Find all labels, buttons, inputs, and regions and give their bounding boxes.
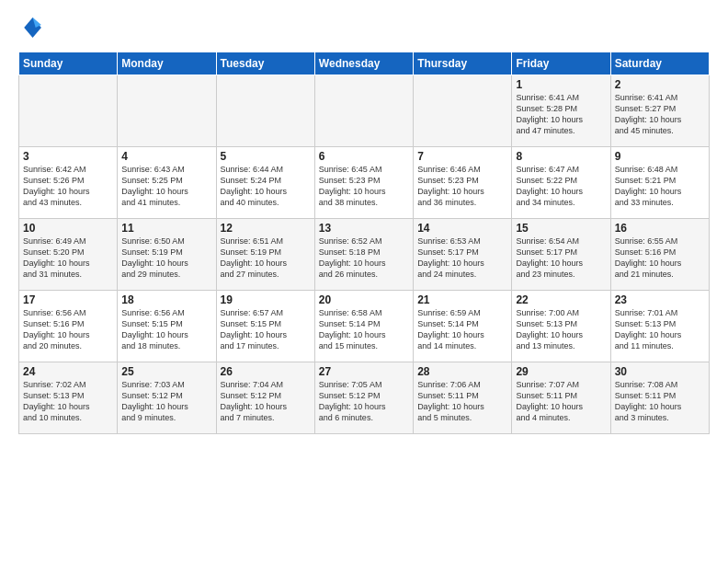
calendar-cell [19,75,118,147]
logo [18,15,48,40]
calendar-cell [314,75,413,147]
weekday-header-saturday: Saturday [610,52,709,75]
day-info: Sunrise: 7:04 AM Sunset: 5:12 PM Dayligh… [221,379,311,424]
week-row-4: 24Sunrise: 7:02 AM Sunset: 5:13 PM Dayli… [19,362,710,434]
calendar-cell: 24Sunrise: 7:02 AM Sunset: 5:13 PM Dayli… [19,362,118,434]
calendar-cell: 2Sunrise: 6:41 AM Sunset: 5:27 PM Daylig… [610,75,709,147]
day-info: Sunrise: 6:54 AM Sunset: 5:17 PM Dayligh… [516,236,606,281]
calendar-body: 1Sunrise: 6:41 AM Sunset: 5:28 PM Daylig… [19,75,710,434]
day-number: 30 [615,365,705,378]
calendar-cell: 27Sunrise: 7:05 AM Sunset: 5:12 PM Dayli… [314,362,413,434]
calendar-cell: 13Sunrise: 6:52 AM Sunset: 5:18 PM Dayli… [314,219,413,291]
day-number: 17 [23,293,113,306]
calendar-cell [414,75,512,147]
weekday-header-sunday: Sunday [19,52,118,75]
week-row-2: 10Sunrise: 6:49 AM Sunset: 5:20 PM Dayli… [19,219,710,291]
day-info: Sunrise: 7:02 AM Sunset: 5:13 PM Dayligh… [23,379,113,424]
day-number: 27 [319,365,409,378]
calendar-cell: 4Sunrise: 6:43 AM Sunset: 5:25 PM Daylig… [118,147,216,219]
day-number: 11 [121,222,211,235]
day-info: Sunrise: 6:43 AM Sunset: 5:25 PM Dayligh… [121,164,211,209]
calendar-cell: 11Sunrise: 6:50 AM Sunset: 5:19 PM Dayli… [118,219,216,291]
calendar-cell: 3Sunrise: 6:42 AM Sunset: 5:26 PM Daylig… [19,147,118,219]
calendar-cell: 28Sunrise: 7:06 AM Sunset: 5:11 PM Dayli… [414,362,512,434]
calendar-cell: 10Sunrise: 6:49 AM Sunset: 5:20 PM Dayli… [19,219,118,291]
svg-marker-0 [24,17,41,38]
day-info: Sunrise: 6:53 AM Sunset: 5:17 PM Dayligh… [417,236,507,281]
day-number: 10 [23,222,113,235]
day-info: Sunrise: 6:57 AM Sunset: 5:15 PM Dayligh… [221,307,311,352]
day-number: 13 [319,222,409,235]
day-info: Sunrise: 6:56 AM Sunset: 5:16 PM Dayligh… [23,307,113,352]
day-info: Sunrise: 7:08 AM Sunset: 5:11 PM Dayligh… [615,379,705,424]
day-number: 15 [516,222,606,235]
day-number: 9 [615,150,705,163]
day-info: Sunrise: 6:46 AM Sunset: 5:23 PM Dayligh… [417,164,507,209]
calendar-table: SundayMondayTuesdayWednesdayThursdayFrid… [18,52,710,434]
day-info: Sunrise: 6:52 AM Sunset: 5:18 PM Dayligh… [319,236,409,281]
calendar-cell [216,75,314,147]
calendar-cell: 23Sunrise: 7:01 AM Sunset: 5:13 PM Dayli… [610,291,709,362]
day-info: Sunrise: 6:48 AM Sunset: 5:21 PM Dayligh… [615,164,705,209]
day-number: 19 [221,293,311,306]
day-info: Sunrise: 7:03 AM Sunset: 5:12 PM Dayligh… [121,379,211,424]
day-number: 16 [615,222,705,235]
week-row-1: 3Sunrise: 6:42 AM Sunset: 5:26 PM Daylig… [19,147,710,219]
day-number: 22 [516,293,606,306]
calendar-cell: 21Sunrise: 6:59 AM Sunset: 5:14 PM Dayli… [414,291,512,362]
day-info: Sunrise: 7:07 AM Sunset: 5:11 PM Dayligh… [516,379,606,424]
day-number: 3 [23,150,113,163]
day-number: 6 [319,150,409,163]
day-info: Sunrise: 6:45 AM Sunset: 5:23 PM Dayligh… [319,164,409,209]
day-number: 8 [516,150,606,163]
day-number: 28 [417,365,507,378]
day-number: 1 [516,78,606,91]
header [18,15,710,40]
day-info: Sunrise: 7:01 AM Sunset: 5:13 PM Dayligh… [615,307,705,352]
calendar-cell: 12Sunrise: 6:51 AM Sunset: 5:19 PM Dayli… [216,219,314,291]
calendar-cell [118,75,216,147]
calendar-cell: 1Sunrise: 6:41 AM Sunset: 5:28 PM Daylig… [512,75,610,147]
calendar-cell: 17Sunrise: 6:56 AM Sunset: 5:16 PM Dayli… [19,291,118,362]
logo-icon [18,15,44,40]
calendar-cell: 26Sunrise: 7:04 AM Sunset: 5:12 PM Dayli… [216,362,314,434]
weekday-header-tuesday: Tuesday [216,52,314,75]
day-info: Sunrise: 6:44 AM Sunset: 5:24 PM Dayligh… [221,164,311,209]
day-number: 4 [121,150,211,163]
weekday-header-monday: Monday [118,52,216,75]
day-number: 26 [221,365,311,378]
day-number: 25 [121,365,211,378]
calendar-cell: 5Sunrise: 6:44 AM Sunset: 5:24 PM Daylig… [216,147,314,219]
weekday-header-row: SundayMondayTuesdayWednesdayThursdayFrid… [19,52,710,75]
calendar-cell: 19Sunrise: 6:57 AM Sunset: 5:15 PM Dayli… [216,291,314,362]
calendar-cell: 25Sunrise: 7:03 AM Sunset: 5:12 PM Dayli… [118,362,216,434]
day-info: Sunrise: 7:05 AM Sunset: 5:12 PM Dayligh… [319,379,409,424]
day-info: Sunrise: 6:51 AM Sunset: 5:19 PM Dayligh… [221,236,311,281]
day-info: Sunrise: 6:49 AM Sunset: 5:20 PM Dayligh… [23,236,113,281]
calendar-cell: 16Sunrise: 6:55 AM Sunset: 5:16 PM Dayli… [610,219,709,291]
day-info: Sunrise: 6:47 AM Sunset: 5:22 PM Dayligh… [516,164,606,209]
day-info: Sunrise: 6:56 AM Sunset: 5:15 PM Dayligh… [121,307,211,352]
calendar-cell: 22Sunrise: 7:00 AM Sunset: 5:13 PM Dayli… [512,291,610,362]
calendar-cell: 20Sunrise: 6:58 AM Sunset: 5:14 PM Dayli… [314,291,413,362]
day-info: Sunrise: 6:59 AM Sunset: 5:14 PM Dayligh… [417,307,507,352]
week-row-0: 1Sunrise: 6:41 AM Sunset: 5:28 PM Daylig… [19,75,710,147]
page: SundayMondayTuesdayWednesdayThursdayFrid… [0,0,728,563]
calendar-cell: 30Sunrise: 7:08 AM Sunset: 5:11 PM Dayli… [610,362,709,434]
calendar-cell: 7Sunrise: 6:46 AM Sunset: 5:23 PM Daylig… [414,147,512,219]
day-number: 23 [615,293,705,306]
calendar-cell: 8Sunrise: 6:47 AM Sunset: 5:22 PM Daylig… [512,147,610,219]
calendar-cell: 29Sunrise: 7:07 AM Sunset: 5:11 PM Dayli… [512,362,610,434]
day-number: 7 [417,150,507,163]
weekday-header-friday: Friday [512,52,610,75]
day-number: 29 [516,365,606,378]
day-info: Sunrise: 7:00 AM Sunset: 5:13 PM Dayligh… [516,307,606,352]
calendar-cell: 9Sunrise: 6:48 AM Sunset: 5:21 PM Daylig… [610,147,709,219]
weekday-header-thursday: Thursday [414,52,512,75]
day-info: Sunrise: 6:58 AM Sunset: 5:14 PM Dayligh… [319,307,409,352]
day-number: 14 [417,222,507,235]
day-info: Sunrise: 7:06 AM Sunset: 5:11 PM Dayligh… [417,379,507,424]
day-number: 12 [221,222,311,235]
day-info: Sunrise: 6:50 AM Sunset: 5:19 PM Dayligh… [121,236,211,281]
calendar-cell: 6Sunrise: 6:45 AM Sunset: 5:23 PM Daylig… [314,147,413,219]
